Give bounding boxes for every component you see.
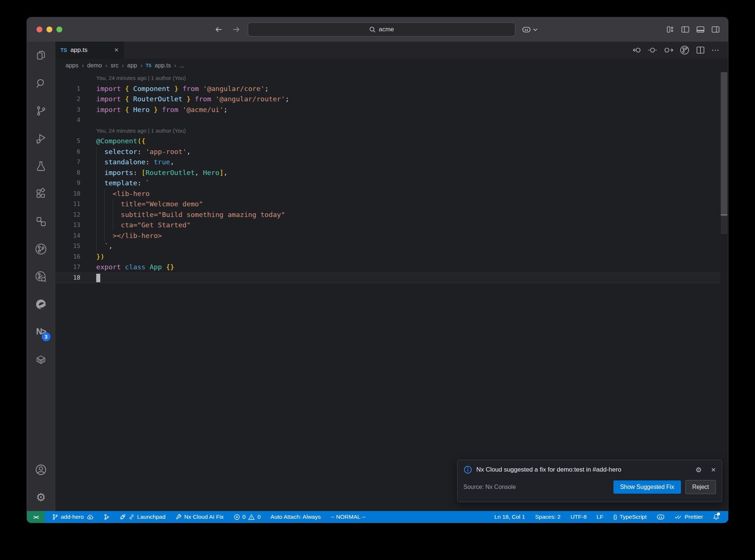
encoding-status-item[interactable]: UTF-8 bbox=[570, 514, 587, 520]
container-tools-icon[interactable] bbox=[27, 346, 55, 373]
code-line[interactable]: 5@Component({ bbox=[55, 136, 720, 147]
branch-status-item[interactable]: add-hero bbox=[52, 514, 94, 520]
breadcrumb-item[interactable]: src bbox=[111, 62, 118, 69]
error-count: 0 bbox=[243, 514, 246, 520]
notification-close-icon[interactable]: ✕ bbox=[711, 466, 716, 473]
navigate-back-icon[interactable] bbox=[214, 26, 223, 33]
next-change-icon[interactable] bbox=[664, 46, 673, 54]
prettier-status-item[interactable]: Prettier bbox=[675, 514, 703, 520]
line-number: 2 bbox=[55, 94, 80, 105]
show-suggested-fix-button[interactable]: Show Suggested Fix bbox=[613, 480, 681, 494]
launchpad-status-item[interactable]: Launchpad bbox=[119, 514, 166, 520]
auto-attach-status-item[interactable]: Auto Attach: Always bbox=[271, 514, 321, 520]
code-line[interactable]: 4 bbox=[55, 115, 720, 126]
title-bar[interactable]: acme bbox=[27, 17, 728, 42]
explorer-icon[interactable] bbox=[27, 42, 55, 69]
vim-mode-status-item[interactable]: -- NORMAL -- bbox=[331, 514, 366, 520]
breadcrumb-file[interactable]: app.ts bbox=[155, 62, 171, 69]
code-line[interactable]: 9template: ` bbox=[55, 178, 720, 189]
breadcrumb-item[interactable]: app bbox=[127, 62, 137, 69]
minimize-window-button[interactable] bbox=[46, 27, 52, 32]
wrench-icon bbox=[175, 514, 182, 520]
git-graph-view-icon[interactable] bbox=[27, 235, 55, 263]
traffic-lights bbox=[36, 17, 62, 42]
testing-icon[interactable] bbox=[27, 152, 55, 180]
publish-cloud-icon bbox=[86, 514, 94, 520]
line-number: 10 bbox=[55, 189, 80, 199]
run-debug-icon[interactable] bbox=[27, 125, 55, 152]
notification-settings-icon[interactable]: ⚙ bbox=[696, 466, 702, 474]
notification-source: Source: Nx Console bbox=[463, 484, 613, 490]
cursor-position-status-item[interactable]: Ln 18, Col 1 bbox=[494, 514, 525, 520]
scrollbar-thumb[interactable] bbox=[721, 72, 727, 214]
code-line[interactable]: 13cta="Get Started" bbox=[55, 220, 720, 231]
code-line[interactable]: 12subtitle="Build something amazing toda… bbox=[55, 210, 720, 220]
language-mode-status-item[interactable]: {} TypeScript bbox=[613, 514, 647, 520]
more-actions-icon[interactable]: ⋯ bbox=[711, 45, 720, 55]
reject-button[interactable]: Reject bbox=[685, 480, 716, 494]
copilot-menu-button[interactable] bbox=[522, 17, 538, 42]
line-number: 4 bbox=[55, 115, 80, 126]
settings-gear-icon[interactable]: ⚙ bbox=[27, 483, 55, 511]
search-sidebar-icon[interactable] bbox=[27, 69, 55, 97]
remote-indicator[interactable]: >< bbox=[27, 511, 45, 523]
line-number: 3 bbox=[55, 105, 80, 115]
code-editor[interactable]: You, 24 minutes ago | 1 author (You)1imp… bbox=[55, 72, 720, 511]
indentation-status-item[interactable]: Spaces: 2 bbox=[535, 514, 560, 520]
indent-guide bbox=[104, 199, 112, 210]
code-line[interactable]: 18 bbox=[55, 273, 720, 283]
code-line[interactable]: 10<lib-hero bbox=[55, 189, 720, 199]
code-line[interactable]: 11title="Welcmoe demo" bbox=[55, 199, 720, 210]
code-line[interactable]: 3import { Hero } from '@acme/ui'; bbox=[55, 105, 720, 115]
nx-console-icon[interactable]: N> 3 bbox=[27, 318, 55, 346]
toggle-secondary-sidebar-icon[interactable] bbox=[711, 26, 720, 33]
copilot-status-icon[interactable] bbox=[657, 514, 665, 520]
breadcrumb-item[interactable]: demo bbox=[87, 62, 102, 69]
code-line[interactable]: 16}) bbox=[55, 252, 720, 262]
tab-close-icon[interactable]: ✕ bbox=[114, 47, 119, 53]
notifications-bell-icon[interactable] bbox=[713, 514, 719, 520]
source-control-icon[interactable] bbox=[27, 97, 55, 125]
indent-guide bbox=[96, 210, 104, 220]
split-editor-icon[interactable] bbox=[696, 46, 705, 54]
customize-layout-icon[interactable] bbox=[666, 26, 675, 33]
code-line[interactable]: 2import { RouterOutlet } from '@angular/… bbox=[55, 94, 720, 105]
zoom-window-button[interactable] bbox=[56, 27, 62, 32]
code-line[interactable]: 8imports: [RouterOutlet, Hero], bbox=[55, 168, 720, 178]
command-center-search[interactable]: acme bbox=[248, 22, 515, 36]
code-text: import { RouterOutlet } from '@angular/r… bbox=[96, 94, 289, 105]
code-line[interactable]: 7standalone: true, bbox=[55, 157, 720, 168]
breadcrumb-item[interactable]: apps bbox=[66, 62, 79, 69]
eol-status-item[interactable]: LF bbox=[596, 514, 603, 520]
git-history-icon[interactable] bbox=[27, 263, 55, 290]
indent-guide bbox=[96, 241, 104, 252]
code-line[interactable]: 14></lib-hero> bbox=[55, 231, 720, 241]
blame-annotation-row[interactable]: You, 24 minutes ago | 1 author (You) bbox=[55, 73, 720, 84]
code-line[interactable]: 15`, bbox=[55, 241, 720, 252]
line-number: 12 bbox=[55, 210, 80, 220]
git-graph-status-icon[interactable] bbox=[104, 514, 109, 520]
code-line[interactable]: 6selector: 'app-root', bbox=[55, 147, 720, 157]
copilot-icon bbox=[522, 25, 531, 34]
breadcrumb-separator-icon: › bbox=[174, 62, 176, 69]
nx-project-graph-icon[interactable] bbox=[27, 207, 55, 235]
problems-status-item[interactable]: 0 0 bbox=[234, 514, 261, 520]
typescript-file-icon: TS bbox=[60, 47, 67, 53]
extensions-icon[interactable] bbox=[27, 180, 55, 207]
navigate-forward-icon[interactable] bbox=[232, 26, 241, 33]
blame-annotation-row[interactable]: You, 24 minutes ago | 1 author (You) bbox=[55, 126, 720, 136]
current-change-icon[interactable] bbox=[648, 46, 657, 54]
edge-browser-icon[interactable] bbox=[27, 290, 55, 318]
breadcrumb-symbol-more[interactable]: ... bbox=[180, 62, 184, 69]
close-window-button[interactable] bbox=[36, 27, 42, 32]
toggle-panel-icon[interactable] bbox=[696, 26, 705, 33]
code-line[interactable]: 17export class App {} bbox=[55, 262, 720, 273]
accounts-icon[interactable] bbox=[27, 456, 55, 483]
previous-change-icon[interactable] bbox=[632, 46, 641, 54]
toggle-primary-sidebar-icon[interactable] bbox=[681, 26, 690, 33]
code-line[interactable]: 1import { Component } from '@angular/cor… bbox=[55, 84, 720, 94]
tab-app-ts[interactable]: TS app.ts ✕ bbox=[55, 42, 124, 59]
nx-cloud-ai-fix-status-item[interactable]: Nx Cloud AI Fix bbox=[175, 514, 224, 520]
status-bar: >< add-hero Launchpad Nx Cloud AI bbox=[27, 511, 728, 523]
git-graph-action-icon[interactable] bbox=[679, 45, 690, 55]
